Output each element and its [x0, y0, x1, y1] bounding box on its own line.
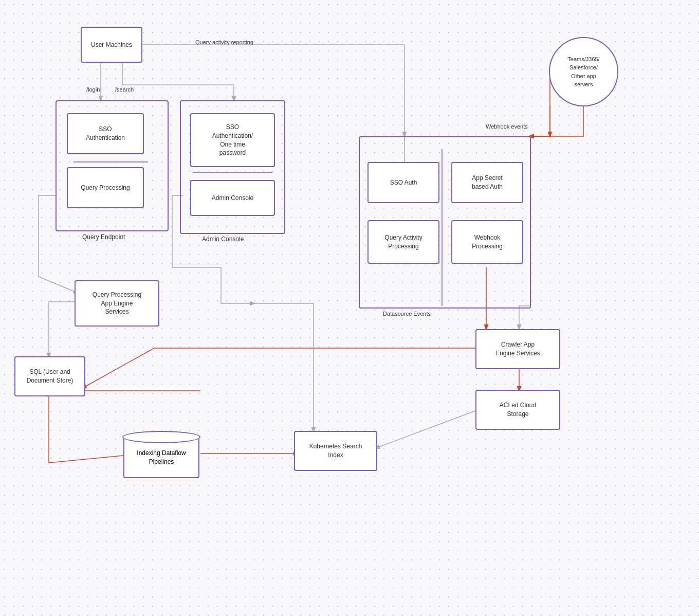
search-label: /search	[115, 86, 134, 93]
sso-auth-api-box: SSO Auth	[367, 162, 439, 203]
query-endpoint-outer-label: Query Endpoint	[82, 233, 125, 241]
sso-otp-box: SSOAuthentication/One timepassword	[190, 113, 275, 167]
teams-circle: Teams/J365/Salesforce/Other appservers	[549, 37, 618, 106]
query-activity-reporting-label: Query activity reporting	[195, 39, 253, 45]
query-processing-app-box: Query ProcessingApp EngineServices	[75, 280, 159, 327]
admin-console-outer-label: Admin Console	[202, 235, 244, 243]
sso-auth-box: SSOAuthentication	[67, 113, 144, 154]
acled-storage-box: ACLed CloudStorage	[475, 390, 560, 430]
app-secret-auth-box: App Secretbased Auth	[451, 162, 523, 203]
kubernetes-box: Kubernetes SearchIndex	[294, 431, 377, 471]
indexing-dataflow-cylinder: Indexing DataflowPipelines	[123, 437, 199, 478]
query-activity-box: Query ActivityProcessing	[367, 220, 439, 264]
webhook-events-label: Webhook events	[486, 123, 528, 130]
admin-console-inner-box: Admin Console	[190, 180, 275, 216]
webhook-processing-box: WebhookProcessing	[451, 220, 523, 264]
user-machines-box: User Machines	[81, 27, 142, 63]
login-label: /login	[86, 86, 100, 93]
datasource-events-label: Datasource Events	[383, 311, 431, 317]
query-processing-inner-box: Query Processing	[67, 167, 144, 208]
crawler-app-box: Crawler AppEngine Services	[475, 329, 560, 369]
sql-store-box: SQL (User andDocument Store)	[14, 356, 85, 396]
user-machines-label: User Machines	[91, 41, 132, 49]
